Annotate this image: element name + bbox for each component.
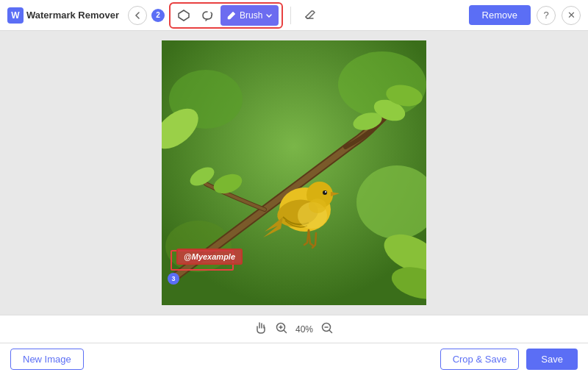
- brush-label: Brush: [240, 10, 262, 21]
- zoom-out-button[interactable]: [320, 321, 334, 337]
- back-icon: [132, 10, 143, 21]
- brush-active-icon: [226, 10, 237, 21]
- polygon-tool-button[interactable]: [173, 5, 194, 26]
- hand-tool-button[interactable]: [254, 321, 268, 337]
- main-image: @Myexample 3: [162, 40, 426, 305]
- zoom-in-icon: [275, 321, 288, 335]
- title-bar: W Watermark Remover 2: [0, 0, 588, 31]
- svg-point-18: [325, 191, 326, 193]
- svg-point-17: [323, 190, 327, 195]
- polygon-icon: [177, 9, 190, 22]
- chevron-down-icon: [265, 12, 273, 19]
- tool-group: Brush: [169, 2, 283, 29]
- background-scene: [162, 40, 426, 305]
- watermark-text: @Myexample: [176, 249, 243, 265]
- save-button[interactable]: Save: [526, 349, 578, 370]
- new-image-button[interactable]: New Image: [10, 349, 84, 370]
- lasso-tool-button[interactable]: [197, 5, 218, 26]
- close-icon: ✕: [567, 10, 576, 21]
- toolbar-separator: [290, 7, 291, 24]
- help-icon: ?: [543, 10, 548, 21]
- svg-text:W: W: [11, 10, 20, 21]
- step2-badge: 2: [151, 9, 165, 22]
- canvas-area[interactable]: @Myexample 3: [0, 31, 588, 315]
- app-title: Watermark Remover: [26, 10, 119, 21]
- eraser-icon: [303, 8, 318, 23]
- title-bar-right: ? ✕: [537, 6, 581, 25]
- lasso-icon: [201, 9, 214, 22]
- zoom-in-button[interactable]: [275, 321, 288, 337]
- back-button[interactable]: [128, 6, 147, 25]
- footer-right: Crop & Save Save: [440, 349, 578, 370]
- title-bar-left: W Watermark Remover 2: [7, 2, 463, 29]
- footer-left: New Image: [10, 349, 84, 370]
- close-button[interactable]: ✕: [562, 6, 581, 25]
- zoom-level-text: 40%: [295, 324, 313, 335]
- footer: New Image Crop & Save Save: [0, 343, 588, 375]
- step3-badge: 3: [168, 273, 179, 285]
- brush-tool-button[interactable]: Brush: [220, 5, 279, 26]
- help-button[interactable]: ?: [537, 6, 556, 25]
- app-logo: W Watermark Remover: [7, 7, 119, 24]
- eraser-button[interactable]: [298, 4, 322, 27]
- crop-save-button[interactable]: Crop & Save: [440, 349, 520, 370]
- image-container: @Myexample 3: [162, 40, 426, 305]
- zoom-bar: 40%: [0, 315, 588, 343]
- remove-button[interactable]: Remove: [469, 5, 531, 25]
- zoom-out-icon: [320, 321, 334, 335]
- hand-icon: [254, 321, 268, 335]
- svg-point-21: [309, 199, 326, 213]
- logo-icon: W: [7, 7, 24, 24]
